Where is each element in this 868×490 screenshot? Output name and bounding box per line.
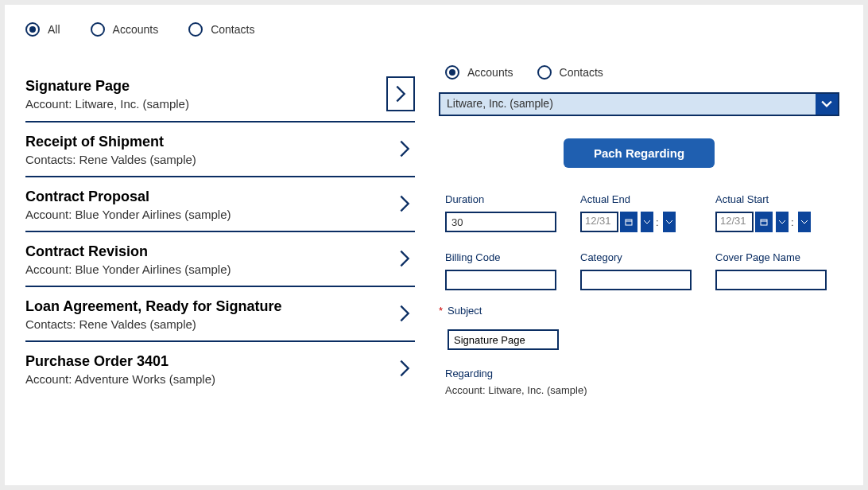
- billing-code-label: Billing Code: [445, 251, 556, 263]
- right-filter-row: Accounts Contacts: [439, 65, 839, 80]
- cover-page-field: Cover Page Name: [715, 251, 827, 290]
- subject-row: * Subject: [439, 305, 839, 350]
- app-window: All Accounts Contacts Signature Page Acc…: [5, 5, 863, 485]
- radio-icon: [91, 22, 105, 37]
- radio-icon: [25, 22, 40, 37]
- list-item-sub: Account: Blue Yonder Airlines (sample): [25, 208, 399, 221]
- chevron-down-icon[interactable]: [774, 212, 789, 232]
- regarding-label: Regarding: [445, 368, 839, 379]
- filter-accounts-radio[interactable]: Accounts: [91, 22, 159, 37]
- radio-icon: [445, 65, 459, 80]
- actual-start-label: Actual Start: [715, 193, 827, 205]
- category-label: Category: [580, 251, 692, 263]
- chevron-down-icon[interactable]: [661, 212, 676, 232]
- duration-field: Duration: [445, 193, 556, 232]
- dropdown-value: Litware, Inc. (sample): [440, 94, 816, 115]
- cover-page-input[interactable]: [715, 270, 827, 290]
- filter-all-radio[interactable]: All: [25, 22, 60, 37]
- actual-start-field: Actual Start 12/31 :: [715, 193, 827, 232]
- radio-icon: [188, 22, 203, 37]
- subject-input[interactable]: [448, 329, 559, 350]
- radio-icon: [537, 65, 552, 80]
- filter-contacts-label: Contacts: [211, 23, 254, 36]
- chevron-right-icon: [399, 359, 415, 381]
- subject-label: Subject: [448, 305, 559, 317]
- calendar-icon[interactable]: [620, 212, 637, 232]
- list-item-title: Loan Agreement, Ready for Signature: [25, 298, 399, 315]
- list-item[interactable]: Contract Revision Account: Blue Yonder A…: [25, 232, 415, 287]
- svg-rect-0: [626, 220, 632, 225]
- filter-accounts-label: Accounts: [113, 23, 159, 36]
- two-column-layout: Signature Page Account: Litware, Inc. (s…: [25, 65, 847, 396]
- list-item-title: Contract Revision: [25, 243, 399, 260]
- list-item[interactable]: Contract Proposal Account: Blue Yonder A…: [25, 177, 415, 232]
- actual-end-input[interactable]: 12/31: [580, 212, 618, 232]
- pach-regarding-button[interactable]: Pach Regarding: [564, 138, 715, 168]
- billing-code-input[interactable]: [445, 270, 556, 290]
- list-item-title: Signature Page: [25, 78, 386, 95]
- top-filter-row: All Accounts Contacts: [25, 22, 847, 37]
- category-input[interactable]: [580, 270, 692, 290]
- list-item-sub: Account: Blue Yonder Airlines (sample): [25, 262, 399, 276]
- list-item-title: Contract Proposal: [25, 189, 399, 205]
- actual-end-label: Actual End: [580, 193, 692, 205]
- required-star-icon: *: [439, 305, 443, 317]
- billing-code-field: Billing Code: [445, 251, 556, 290]
- actual-end-field: Actual End 12/31 :: [580, 193, 692, 232]
- list-item[interactable]: Receipt of Shipment Contacts: Rene Valde…: [25, 122, 415, 177]
- chevron-down-icon[interactable]: [639, 212, 653, 232]
- list-item-sub: Contacts: Rene Valdes (sample): [25, 317, 399, 331]
- right-accounts-radio[interactable]: Accounts: [445, 65, 513, 80]
- calendar-icon[interactable]: [755, 212, 773, 232]
- time-separator: :: [790, 216, 795, 228]
- duration-input[interactable]: [445, 212, 556, 232]
- form-grid: Duration Actual End 12/31 : Actual Start: [439, 193, 839, 290]
- time-separator: :: [655, 216, 660, 228]
- detail-panel: Accounts Contacts Litware, Inc. (sample)…: [439, 65, 847, 396]
- filter-contacts-radio[interactable]: Contacts: [188, 22, 254, 37]
- list-item-title: Receipt of Shipment: [25, 134, 399, 150]
- chevron-right-icon: [399, 139, 415, 161]
- duration-label: Duration: [445, 193, 556, 205]
- list-item-title: Purchase Order 3401: [25, 353, 399, 370]
- right-accounts-label: Accounts: [467, 66, 513, 79]
- list-item-sub: Contacts: Rene Valdes (sample): [25, 153, 399, 166]
- regarding-value: Account: Litware, Inc. (sample): [445, 384, 839, 396]
- regarding-block: Regarding Account: Litware, Inc. (sample…: [439, 368, 839, 396]
- actual-start-input[interactable]: 12/31: [715, 212, 754, 232]
- right-contacts-label: Contacts: [560, 66, 603, 79]
- right-contacts-radio[interactable]: Contacts: [537, 65, 603, 80]
- list-item[interactable]: Loan Agreement, Ready for Signature Cont…: [25, 287, 415, 342]
- chevron-down-icon[interactable]: [816, 94, 838, 115]
- chevron-right-icon: [399, 249, 415, 271]
- category-field: Category: [580, 251, 692, 290]
- svg-rect-2: [761, 220, 767, 225]
- records-list: Signature Page Account: Litware, Inc. (s…: [25, 65, 415, 396]
- chevron-right-icon[interactable]: [386, 76, 415, 111]
- list-item-sub: Account: Litware, Inc. (sample): [25, 97, 386, 111]
- chevron-down-icon[interactable]: [796, 212, 811, 232]
- list-item-sub: Account: Adventure Works (sample): [25, 372, 399, 386]
- chevron-right-icon: [399, 304, 415, 326]
- filter-all-label: All: [48, 23, 60, 36]
- cover-page-label: Cover Page Name: [715, 251, 827, 263]
- chevron-right-icon: [399, 194, 415, 216]
- account-dropdown[interactable]: Litware, Inc. (sample): [439, 92, 839, 116]
- list-item[interactable]: Purchase Order 3401 Account: Adventure W…: [25, 342, 415, 395]
- list-item[interactable]: Signature Page Account: Litware, Inc. (s…: [25, 65, 415, 122]
